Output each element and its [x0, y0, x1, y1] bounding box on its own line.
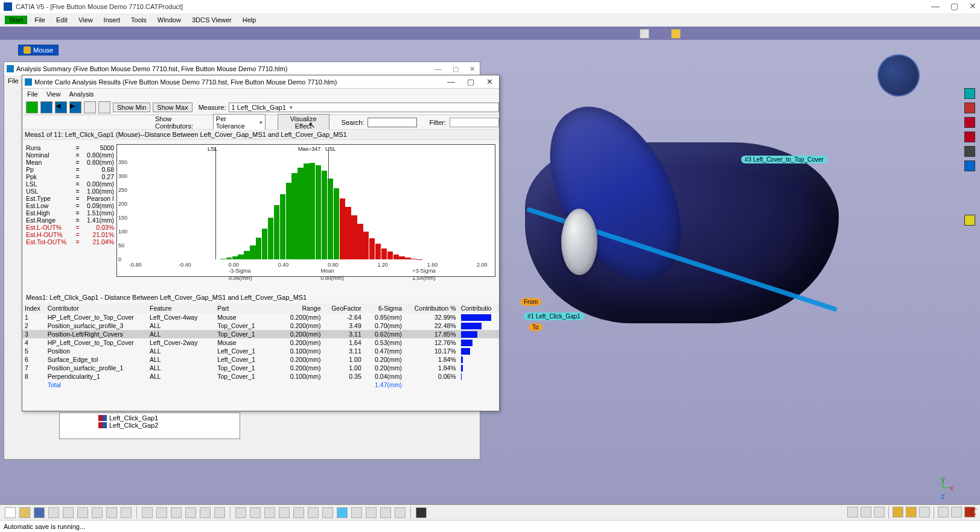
show-min-button[interactable]: Show Min: [113, 103, 150, 112]
list-item[interactable]: Left_Click_Gap2: [63, 422, 236, 429]
menu-help[interactable]: Help: [239, 16, 260, 24]
rotate-icon[interactable]: [279, 507, 290, 518]
multi-view-icon[interactable]: [337, 507, 348, 518]
dcs-icon[interactable]: [938, 507, 949, 518]
table-row[interactable]: 4HP_Left_Cover_to_Top_CoverLeft_Cover-2w…: [22, 338, 499, 347]
contributors-dropdown[interactable]: Per Tolerance: [213, 114, 266, 131]
table-icon[interactable]: [185, 507, 196, 518]
hide-icon[interactable]: [380, 507, 391, 518]
callout-from[interactable]: From: [520, 298, 541, 306]
camera-icon[interactable]: [416, 507, 427, 518]
table-row[interactable]: 1HP_Left_Cover_to_Top_CoverLeft_Cover-4w…: [22, 313, 499, 321]
fit-icon[interactable]: [250, 507, 261, 518]
rtool-icon[interactable]: [964, 160, 975, 171]
search-input[interactable]: [368, 118, 417, 127]
measure-dropdown[interactable]: 1 Left_Click_Gap1: [229, 103, 499, 112]
view-compass[interactable]: [872, 49, 925, 102]
menu-edit[interactable]: Edit: [52, 16, 71, 24]
pan-icon[interactable]: [264, 507, 275, 518]
callout-to[interactable]: To: [529, 323, 542, 331]
menu-file[interactable]: File: [27, 90, 38, 98]
menu-analysis[interactable]: Analysis: [69, 90, 94, 98]
shading-icon[interactable]: [366, 507, 377, 518]
rtool-icon[interactable]: [964, 117, 975, 128]
menu-file[interactable]: File: [31, 16, 49, 24]
save-icon[interactable]: [84, 101, 96, 113]
cursor-icon[interactable]: [671, 29, 681, 39]
knowledge-icon[interactable]: [171, 507, 182, 518]
fx-icon[interactable]: [142, 507, 153, 518]
rtool-icon[interactable]: [964, 88, 975, 99]
fly-icon[interactable]: [235, 507, 246, 518]
menu-3dcs[interactable]: 3DCS Viewer: [188, 16, 235, 24]
rtool-icon[interactable]: [964, 146, 975, 157]
report-icon[interactable]: [98, 101, 110, 113]
maximize-button[interactable]: ▢: [950, 1, 958, 11]
menu-start[interactable]: Start: [5, 16, 27, 24]
rtool-icon[interactable]: [964, 103, 975, 113]
close-button[interactable]: ✕: [969, 1, 976, 11]
save-icon[interactable]: [34, 507, 45, 518]
menu-file[interactable]: File: [8, 77, 19, 84]
minimize-button[interactable]: —: [931, 1, 940, 11]
table-row[interactable]: 7Position_surfacic_profile_1ALLTop_Cover…: [22, 364, 499, 372]
visualize-effect-button[interactable]: Visualize Effect: [278, 114, 329, 131]
rtool-icon[interactable]: [964, 131, 975, 142]
menu-tools[interactable]: Tools: [127, 16, 150, 24]
open-icon[interactable]: [19, 507, 30, 518]
prev-icon[interactable]: ◀: [55, 101, 67, 113]
show-icon[interactable]: [395, 507, 406, 518]
dcs-icon[interactable]: [874, 507, 885, 518]
help-icon[interactable]: [214, 507, 225, 518]
contributors-table[interactable]: IndexContributorFeaturePartRangeGeoFacto…: [22, 303, 499, 389]
list-icon[interactable]: [40, 101, 52, 113]
normal-view-icon[interactable]: [322, 507, 333, 518]
next-icon[interactable]: ▶: [69, 101, 81, 113]
list-item[interactable]: Left_Click_Gap1: [63, 414, 236, 422]
paste-icon[interactable]: [92, 507, 103, 518]
lock-icon[interactable]: [200, 507, 211, 518]
close-button[interactable]: ✕: [486, 77, 493, 86]
redo-icon[interactable]: [121, 507, 132, 518]
maximize-button[interactable]: ▢: [467, 77, 474, 86]
zoom-out-icon[interactable]: [308, 507, 319, 518]
menu-view[interactable]: View: [46, 90, 61, 98]
mouse-model[interactable]: [501, 106, 839, 335]
callout-left-click[interactable]: #1 Left_Click_Gap1: [524, 312, 584, 320]
table-row[interactable]: 8Perpendicularity_1ALLTop_Cover_10.100(m…: [22, 372, 499, 381]
undo-icon[interactable]: [106, 507, 117, 518]
new-icon[interactable]: [5, 507, 16, 518]
table-row[interactable]: 6Surface_Edge_tolALLLeft_Cover_10.200(mm…: [22, 355, 499, 364]
close-button[interactable]: ✕: [469, 65, 475, 73]
spec-tree-list[interactable]: Left_Click_Gap1 Left_Click_Gap2: [59, 413, 240, 439]
print-icon[interactable]: [48, 507, 59, 518]
monte-carlo-window[interactable]: Monte Carlo Analysis Results (Five Butto…: [22, 75, 500, 411]
maximize-button[interactable]: ▢: [453, 65, 459, 73]
menu-insert[interactable]: Insert: [100, 16, 124, 24]
table-row[interactable]: 5PositionALLLeft_Cover_10.100(mm)3.110.4…: [22, 347, 499, 355]
cut-icon[interactable]: [63, 507, 74, 518]
show-max-button[interactable]: Show Max: [153, 103, 192, 112]
minimize-button[interactable]: —: [435, 65, 442, 73]
run-icon[interactable]: [26, 101, 38, 113]
rtool-icon[interactable]: [964, 215, 975, 226]
table-row[interactable]: 3Position-Left/Right_CoversALLTop_Cover_…: [22, 330, 499, 338]
dcs-icon[interactable]: [951, 507, 962, 518]
swap-view-icon[interactable]: [351, 507, 362, 518]
formula-icon[interactable]: [156, 507, 167, 518]
dcs-icon[interactable]: [847, 507, 858, 518]
copy-icon[interactable]: [77, 507, 88, 518]
menu-window[interactable]: Window: [154, 16, 185, 24]
dcs-icon[interactable]: [892, 507, 903, 518]
histogram-chart[interactable]: LSL Max=347 USL 050100150200250300350 -0…: [116, 144, 495, 277]
dcs-icon[interactable]: [919, 507, 930, 518]
tool-icon[interactable]: [640, 29, 649, 39]
dcs-icon[interactable]: [906, 507, 917, 518]
tree-root[interactable]: Mouse: [18, 45, 59, 55]
filter-input[interactable]: [450, 118, 499, 127]
menu-view[interactable]: View: [75, 16, 97, 24]
minimize-button[interactable]: —: [447, 77, 455, 86]
table-row[interactable]: 2Position_surfacic_profile_3ALLTop_Cover…: [22, 321, 499, 330]
zoom-in-icon[interactable]: [293, 507, 304, 518]
callout-top-cover[interactable]: #3 Left_Cover_to_Top_Cover: [741, 156, 827, 163]
